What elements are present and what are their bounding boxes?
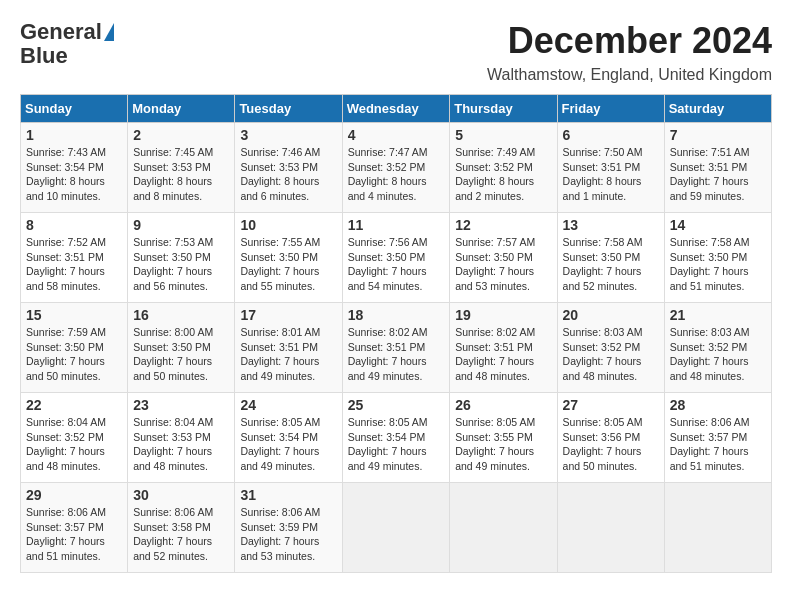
calendar-cell: 3 Sunrise: 7:46 AMSunset: 3:53 PMDayligh… <box>235 123 342 213</box>
day-number: 25 <box>348 397 445 413</box>
calendar-header-wednesday: Wednesday <box>342 95 450 123</box>
day-detail: Sunrise: 7:45 AMSunset: 3:53 PMDaylight:… <box>133 146 213 202</box>
day-number: 13 <box>563 217 659 233</box>
calendar-week-row: 22 Sunrise: 8:04 AMSunset: 3:52 PMDaylig… <box>21 393 772 483</box>
calendar-week-row: 29 Sunrise: 8:06 AMSunset: 3:57 PMDaylig… <box>21 483 772 573</box>
calendar-cell: 20 Sunrise: 8:03 AMSunset: 3:52 PMDaylig… <box>557 303 664 393</box>
calendar-cell: 26 Sunrise: 8:05 AMSunset: 3:55 PMDaylig… <box>450 393 557 483</box>
calendar-cell: 1 Sunrise: 7:43 AMSunset: 3:54 PMDayligh… <box>21 123 128 213</box>
calendar-week-row: 1 Sunrise: 7:43 AMSunset: 3:54 PMDayligh… <box>21 123 772 213</box>
calendar-cell: 16 Sunrise: 8:00 AMSunset: 3:50 PMDaylig… <box>128 303 235 393</box>
calendar-header-row: SundayMondayTuesdayWednesdayThursdayFrid… <box>21 95 772 123</box>
day-detail: Sunrise: 8:06 AMSunset: 3:57 PMDaylight:… <box>26 506 106 562</box>
calendar-cell: 22 Sunrise: 8:04 AMSunset: 3:52 PMDaylig… <box>21 393 128 483</box>
day-detail: Sunrise: 7:49 AMSunset: 3:52 PMDaylight:… <box>455 146 535 202</box>
calendar-header-saturday: Saturday <box>664 95 771 123</box>
calendar-cell: 25 Sunrise: 8:05 AMSunset: 3:54 PMDaylig… <box>342 393 450 483</box>
day-number: 21 <box>670 307 766 323</box>
logo-general: General <box>20 20 102 44</box>
calendar-cell: 14 Sunrise: 7:58 AMSunset: 3:50 PMDaylig… <box>664 213 771 303</box>
calendar-cell: 24 Sunrise: 8:05 AMSunset: 3:54 PMDaylig… <box>235 393 342 483</box>
day-number: 26 <box>455 397 551 413</box>
logo-blue: Blue <box>20 44 68 68</box>
calendar-cell: 21 Sunrise: 8:03 AMSunset: 3:52 PMDaylig… <box>664 303 771 393</box>
calendar-cell: 8 Sunrise: 7:52 AMSunset: 3:51 PMDayligh… <box>21 213 128 303</box>
day-detail: Sunrise: 7:50 AMSunset: 3:51 PMDaylight:… <box>563 146 643 202</box>
subtitle: Walthamstow, England, United Kingdom <box>487 66 772 84</box>
title-area: December 2024 Walthamstow, England, Unit… <box>487 20 772 84</box>
calendar-cell: 30 Sunrise: 8:06 AMSunset: 3:58 PMDaylig… <box>128 483 235 573</box>
day-detail: Sunrise: 7:58 AMSunset: 3:50 PMDaylight:… <box>563 236 643 292</box>
calendar-header-thursday: Thursday <box>450 95 557 123</box>
day-number: 31 <box>240 487 336 503</box>
day-detail: Sunrise: 7:57 AMSunset: 3:50 PMDaylight:… <box>455 236 535 292</box>
day-detail: Sunrise: 7:51 AMSunset: 3:51 PMDaylight:… <box>670 146 750 202</box>
calendar-cell: 28 Sunrise: 8:06 AMSunset: 3:57 PMDaylig… <box>664 393 771 483</box>
day-detail: Sunrise: 8:02 AMSunset: 3:51 PMDaylight:… <box>348 326 428 382</box>
day-number: 5 <box>455 127 551 143</box>
calendar-cell: 18 Sunrise: 8:02 AMSunset: 3:51 PMDaylig… <box>342 303 450 393</box>
calendar-header-monday: Monday <box>128 95 235 123</box>
day-detail: Sunrise: 8:04 AMSunset: 3:53 PMDaylight:… <box>133 416 213 472</box>
day-number: 17 <box>240 307 336 323</box>
day-detail: Sunrise: 7:43 AMSunset: 3:54 PMDaylight:… <box>26 146 106 202</box>
day-detail: Sunrise: 8:05 AMSunset: 3:54 PMDaylight:… <box>240 416 320 472</box>
calendar-cell: 19 Sunrise: 8:02 AMSunset: 3:51 PMDaylig… <box>450 303 557 393</box>
day-detail: Sunrise: 7:55 AMSunset: 3:50 PMDaylight:… <box>240 236 320 292</box>
day-number: 7 <box>670 127 766 143</box>
day-detail: Sunrise: 8:06 AMSunset: 3:57 PMDaylight:… <box>670 416 750 472</box>
day-number: 9 <box>133 217 229 233</box>
day-detail: Sunrise: 8:00 AMSunset: 3:50 PMDaylight:… <box>133 326 213 382</box>
day-detail: Sunrise: 7:59 AMSunset: 3:50 PMDaylight:… <box>26 326 106 382</box>
calendar-cell: 5 Sunrise: 7:49 AMSunset: 3:52 PMDayligh… <box>450 123 557 213</box>
calendar-cell: 12 Sunrise: 7:57 AMSunset: 3:50 PMDaylig… <box>450 213 557 303</box>
calendar-week-row: 15 Sunrise: 7:59 AMSunset: 3:50 PMDaylig… <box>21 303 772 393</box>
day-number: 16 <box>133 307 229 323</box>
day-detail: Sunrise: 8:04 AMSunset: 3:52 PMDaylight:… <box>26 416 106 472</box>
day-number: 11 <box>348 217 445 233</box>
day-number: 22 <box>26 397 122 413</box>
day-detail: Sunrise: 8:02 AMSunset: 3:51 PMDaylight:… <box>455 326 535 382</box>
day-detail: Sunrise: 8:06 AMSunset: 3:59 PMDaylight:… <box>240 506 320 562</box>
calendar-cell: 27 Sunrise: 8:05 AMSunset: 3:56 PMDaylig… <box>557 393 664 483</box>
day-number: 20 <box>563 307 659 323</box>
calendar-header-sunday: Sunday <box>21 95 128 123</box>
calendar-cell: 7 Sunrise: 7:51 AMSunset: 3:51 PMDayligh… <box>664 123 771 213</box>
day-number: 2 <box>133 127 229 143</box>
day-detail: Sunrise: 8:05 AMSunset: 3:56 PMDaylight:… <box>563 416 643 472</box>
calendar-cell: 29 Sunrise: 8:06 AMSunset: 3:57 PMDaylig… <box>21 483 128 573</box>
main-title: December 2024 <box>487 20 772 62</box>
day-number: 24 <box>240 397 336 413</box>
day-detail: Sunrise: 7:47 AMSunset: 3:52 PMDaylight:… <box>348 146 428 202</box>
day-number: 10 <box>240 217 336 233</box>
calendar-cell: 15 Sunrise: 7:59 AMSunset: 3:50 PMDaylig… <box>21 303 128 393</box>
day-detail: Sunrise: 7:53 AMSunset: 3:50 PMDaylight:… <box>133 236 213 292</box>
calendar-cell: 2 Sunrise: 7:45 AMSunset: 3:53 PMDayligh… <box>128 123 235 213</box>
calendar-week-row: 8 Sunrise: 7:52 AMSunset: 3:51 PMDayligh… <box>21 213 772 303</box>
day-number: 12 <box>455 217 551 233</box>
day-number: 1 <box>26 127 122 143</box>
logo: General Blue <box>20 20 114 68</box>
logo-triangle-icon <box>104 23 114 41</box>
day-detail: Sunrise: 7:58 AMSunset: 3:50 PMDaylight:… <box>670 236 750 292</box>
day-number: 28 <box>670 397 766 413</box>
calendar-cell: 6 Sunrise: 7:50 AMSunset: 3:51 PMDayligh… <box>557 123 664 213</box>
day-number: 3 <box>240 127 336 143</box>
calendar-cell <box>664 483 771 573</box>
day-number: 23 <box>133 397 229 413</box>
calendar-header-tuesday: Tuesday <box>235 95 342 123</box>
day-detail: Sunrise: 8:06 AMSunset: 3:58 PMDaylight:… <box>133 506 213 562</box>
calendar-cell: 23 Sunrise: 8:04 AMSunset: 3:53 PMDaylig… <box>128 393 235 483</box>
calendar-header-friday: Friday <box>557 95 664 123</box>
day-detail: Sunrise: 7:46 AMSunset: 3:53 PMDaylight:… <box>240 146 320 202</box>
calendar-cell: 13 Sunrise: 7:58 AMSunset: 3:50 PMDaylig… <box>557 213 664 303</box>
day-detail: Sunrise: 7:52 AMSunset: 3:51 PMDaylight:… <box>26 236 106 292</box>
day-number: 29 <box>26 487 122 503</box>
calendar-cell: 17 Sunrise: 8:01 AMSunset: 3:51 PMDaylig… <box>235 303 342 393</box>
day-number: 27 <box>563 397 659 413</box>
calendar-table: SundayMondayTuesdayWednesdayThursdayFrid… <box>20 94 772 573</box>
calendar-cell: 11 Sunrise: 7:56 AMSunset: 3:50 PMDaylig… <box>342 213 450 303</box>
day-number: 6 <box>563 127 659 143</box>
day-number: 30 <box>133 487 229 503</box>
calendar-cell: 9 Sunrise: 7:53 AMSunset: 3:50 PMDayligh… <box>128 213 235 303</box>
